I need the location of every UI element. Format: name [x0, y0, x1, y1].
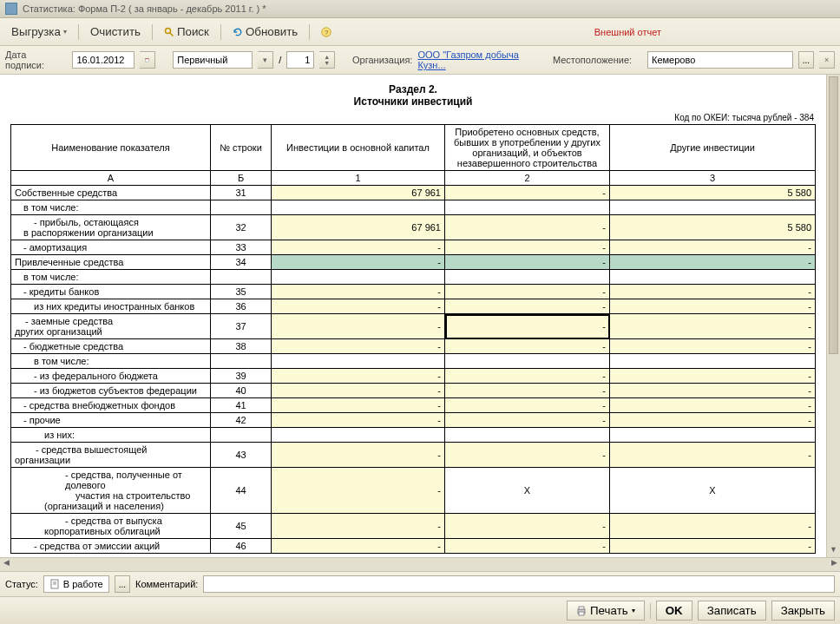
cell-c1[interactable]: - [272, 413, 445, 428]
row-number [211, 200, 272, 215]
cell-c2[interactable]: X [445, 468, 610, 514]
number-spinner[interactable]: ▲▼ [319, 51, 335, 69]
calendar-icon [145, 55, 149, 65]
cell-c2[interactable]: - [445, 299, 610, 314]
row-name: - заемные средствадругих организаций [11, 314, 211, 339]
subcol-2: 2 [445, 171, 610, 186]
cell-c3[interactable]: - [610, 539, 816, 554]
scroll-thumb[interactable] [829, 76, 838, 354]
cell-c1[interactable]: - [272, 369, 445, 384]
cell-c2[interactable]: - [445, 215, 610, 240]
export-button[interactable]: Выгрузка▾ [5, 22, 73, 42]
org-link[interactable]: ООО "Газпром добыча Кузн... [417, 49, 547, 70]
cell-c2[interactable]: - [445, 240, 610, 255]
print-button[interactable]: Печать▾ [567, 601, 645, 621]
cell-c1[interactable]: - [272, 299, 445, 314]
cell-c1[interactable]: - [272, 384, 445, 398]
cell-c1[interactable]: - [272, 443, 445, 468]
cell-c3[interactable]: - [610, 285, 816, 299]
number-input[interactable] [286, 51, 314, 69]
cell-c1[interactable]: 67 961 [272, 215, 445, 240]
comment-input[interactable] [203, 575, 835, 593]
okei-note: Код по ОКЕИ: тысяча рублей - 384 [10, 113, 814, 122]
table-row: Привлеченные средства34--- [11, 255, 816, 270]
date-input[interactable] [72, 51, 135, 69]
cell-c3 [610, 354, 816, 369]
section-heading: Раздел 2. [10, 83, 816, 95]
row-number: 37 [211, 314, 272, 339]
cell-c1[interactable]: - [272, 514, 445, 539]
cell-c2[interactable]: - [445, 255, 610, 270]
cell-c2[interactable]: - [445, 186, 610, 200]
cell-c3[interactable]: - [610, 339, 816, 354]
row-number: 35 [211, 285, 272, 299]
location-clear-button[interactable]: × [819, 51, 835, 69]
row-number: 34 [211, 255, 272, 270]
horizontal-scrollbar[interactable]: ◀ ▶ [0, 557, 840, 571]
refresh-button[interactable]: Обновить [226, 22, 304, 42]
help-button[interactable]: ? [315, 23, 338, 41]
cell-c2[interactable]: - [445, 443, 610, 468]
cell-c1[interactable]: - [272, 255, 445, 270]
cell-c3[interactable]: - [610, 413, 816, 428]
cell-c3[interactable]: 5 580 [610, 186, 816, 200]
external-report-link[interactable]: Внешний отчет [594, 27, 661, 37]
location-input[interactable] [647, 51, 793, 69]
save-button[interactable]: Записать [698, 601, 766, 621]
cell-c2[interactable]: - [445, 369, 610, 384]
cell-c3[interactable]: X [610, 468, 816, 514]
kind-select[interactable] [173, 51, 253, 69]
cell-c3 [610, 428, 816, 443]
cell-c3[interactable]: - [610, 314, 816, 339]
table-row: - средства от эмиссии акций46--- [11, 539, 816, 554]
cell-c1[interactable]: - [272, 314, 445, 339]
cell-c1[interactable]: - [272, 240, 445, 255]
close-button[interactable]: Закрыть [771, 601, 835, 621]
help-icon: ? [321, 27, 331, 37]
scroll-right-icon[interactable]: ▶ [828, 558, 840, 571]
row-name: из них: [11, 428, 211, 443]
cell-c1[interactable]: - [272, 285, 445, 299]
scroll-down-icon[interactable]: ▼ [827, 545, 840, 557]
ok-button[interactable]: OK [656, 601, 692, 621]
status-picker-button[interactable]: ... [115, 575, 130, 593]
search-button[interactable]: Поиск [158, 22, 215, 42]
row-number: 43 [211, 443, 272, 468]
cell-c1[interactable]: - [272, 339, 445, 354]
cell-c3[interactable]: - [610, 443, 816, 468]
status-value: В работе [63, 579, 103, 589]
cell-c3[interactable]: 5 580 [610, 215, 816, 240]
date-picker-button[interactable] [140, 51, 155, 69]
cell-c3[interactable]: - [610, 384, 816, 398]
scroll-left-icon[interactable]: ◀ [0, 558, 12, 571]
row-name: Собственные средства [11, 186, 211, 200]
cell-c2[interactable]: - [445, 514, 610, 539]
clear-button[interactable]: Очистить [84, 22, 147, 42]
cell-c1[interactable]: 67 961 [272, 186, 445, 200]
loc-label: Местоположение: [553, 55, 632, 65]
refresh-icon [233, 27, 243, 37]
cell-c2[interactable]: - [445, 413, 610, 428]
cell-c2[interactable]: - [445, 339, 610, 354]
cell-c3[interactable]: - [610, 255, 816, 270]
vertical-scrollbar[interactable]: ▲ ▼ [826, 75, 840, 557]
data-table[interactable]: Наименование показателя № строки Инвести… [10, 124, 816, 554]
cell-c3[interactable]: - [610, 240, 816, 255]
cell-c1[interactable]: - [272, 468, 445, 514]
cell-c1[interactable]: - [272, 539, 445, 554]
cell-c3[interactable]: - [610, 398, 816, 413]
cell-c3[interactable]: - [610, 369, 816, 384]
cell-c2[interactable]: - [445, 539, 610, 554]
cell-c1[interactable]: - [272, 398, 445, 413]
location-picker-button[interactable]: ... [798, 51, 814, 69]
cell-c2[interactable]: - [445, 398, 610, 413]
kind-dropdown-button[interactable]: ▾ [258, 51, 273, 69]
cell-c2[interactable]: - [445, 314, 610, 339]
row-name: в том числе: [11, 200, 211, 215]
cell-c3[interactable]: - [610, 514, 816, 539]
org-label: Организация: [352, 55, 412, 65]
cell-c2[interactable]: - [445, 285, 610, 299]
cell-c3[interactable]: - [610, 299, 816, 314]
cell-c2[interactable]: - [445, 384, 610, 398]
cell-c1 [272, 428, 445, 443]
